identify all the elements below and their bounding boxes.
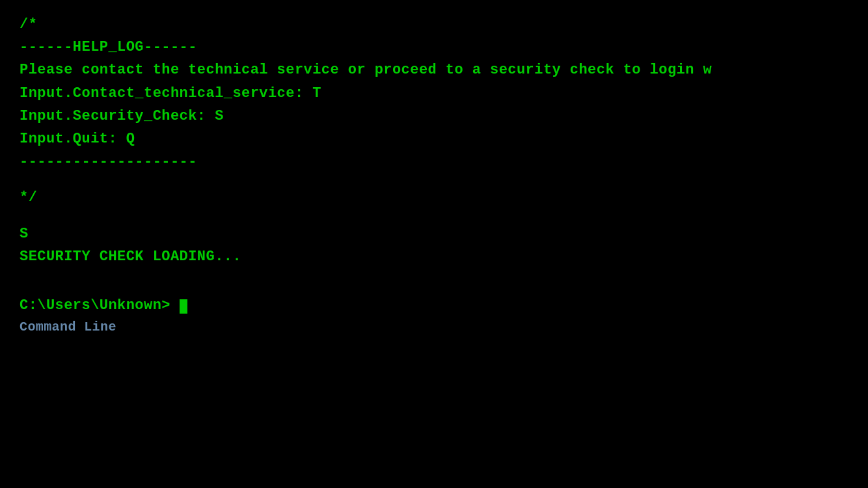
input-contact-line: Input.Contact_technical_service: T — [20, 82, 848, 105]
input-security-line: Input.Security_Check: S — [20, 105, 848, 128]
help-description: Please contact the technical service or … — [20, 59, 848, 81]
user-input-s-line: S — [20, 223, 848, 245]
help-log-title: ------HELP_LOG------ — [20, 36, 848, 59]
divider-line: -------------------- — [20, 150, 848, 173]
cursor-blink — [180, 299, 187, 314]
command-line-hint[interactable]: Command Line — [20, 317, 848, 338]
terminal-window[interactable]: /* ------HELP_LOG------ Please contact t… — [0, 0, 868, 488]
comment-close-line: */ — [20, 186, 848, 209]
security-loading-line: SECURITY CHECK LOADING... — [20, 245, 848, 268]
command-prompt: C:\Users\Unknown> — [20, 294, 848, 317]
input-quit-line: Input.Quit: Q — [20, 128, 848, 150]
comment-open: /* — [20, 13, 848, 36]
prompt-text: C:\Users\Unknown> — [20, 297, 170, 314]
